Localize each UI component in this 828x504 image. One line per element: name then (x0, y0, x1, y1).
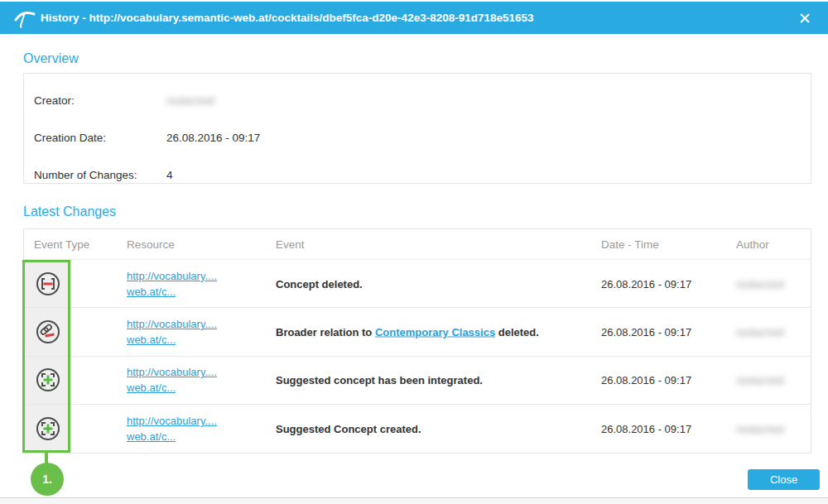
table-header-row: Event Type Resource Event Date - Time Au… (24, 229, 811, 260)
column-header-author: Author (736, 238, 769, 251)
resource-cell: http://vocabulary.... web.at/c... (127, 268, 217, 300)
date-time-cell: 26.08.2016 - 09:17 (601, 277, 691, 290)
suggested-concept-integrated-icon (36, 367, 60, 392)
creation-date-value: 26.08.2016 - 09:17 (166, 132, 260, 144)
dialog-titlebar: History - http://vocabulary.semantic-web… (0, 2, 828, 34)
author-cell-redacted: redacted (736, 325, 785, 338)
event-type-cell (24, 405, 71, 453)
number-of-changes-row: Number of Changes: 4 (24, 156, 811, 194)
number-of-changes-value: 4 (166, 169, 173, 181)
concept-link[interactable]: Contemporary Classics (375, 325, 495, 338)
resource-link[interactable]: web.at/c... (127, 430, 176, 443)
dialog-bottom-edge (0, 497, 828, 504)
event-cell: Broader relation to Contemporary Classic… (276, 325, 590, 338)
event-type-cell (24, 308, 71, 355)
resource-cell: http://vocabulary.... web.at/c... (127, 316, 217, 348)
resource-cell: http://vocabulary.... web.at/c... (127, 413, 217, 444)
latest-changes-heading: Latest Changes (23, 204, 116, 219)
column-header-event: Event (276, 238, 305, 251)
event-text: deleted. (495, 325, 539, 338)
author-cell-redacted: redacted (736, 277, 785, 290)
overview-heading: Overview (23, 51, 79, 66)
resource-link[interactable]: web.at/c... (127, 286, 176, 298)
close-button[interactable]: Close (748, 469, 820, 490)
annotation-step-badge: 1. (31, 463, 64, 496)
event-cell: Suggested Concept created. (276, 423, 590, 435)
dialog-close-icon[interactable]: ✕ (798, 10, 811, 26)
resource-link[interactable]: http://vocabulary.... (127, 415, 217, 427)
event-type-cell (24, 260, 71, 307)
resource-link[interactable]: web.at/c... (127, 382, 176, 394)
table-row: http://vocabulary.... web.at/c... Concep… (24, 260, 811, 308)
number-of-changes-label: Number of Changes: (24, 169, 166, 181)
table-row: http://vocabulary.... web.at/c... Sugges… (24, 357, 811, 405)
resource-cell: http://vocabulary.... web.at/c... (127, 364, 217, 396)
creator-value-redacted: redacted (166, 94, 215, 107)
creator-label: Creator: (24, 94, 166, 107)
broader-relation-deleted-icon (36, 319, 60, 344)
author-cell-redacted: redacted (736, 374, 785, 386)
creation-date-row: Creation Date: 26.08.2016 - 09:17 (24, 119, 811, 156)
resource-link[interactable]: http://vocabulary.... (127, 270, 217, 282)
event-text: Broader relation to (276, 325, 375, 338)
event-cell: Suggested concept has been integrated. (276, 374, 590, 386)
cocktail-umbrella-icon (14, 7, 36, 29)
column-header-event-type: Event Type (34, 238, 89, 251)
date-time-cell: 26.08.2016 - 09:17 (601, 374, 691, 386)
latest-changes-table: Event Type Resource Event Date - Time Au… (23, 228, 811, 454)
suggested-concept-created-icon (36, 416, 60, 441)
table-row: http://vocabulary.... web.at/c... Broade… (24, 308, 811, 356)
resource-link[interactable]: http://vocabulary.... (127, 318, 217, 330)
creator-row: Creator: redacted (24, 82, 811, 119)
creation-date-label: Creation Date: (24, 132, 166, 144)
column-header-resource: Resource (127, 238, 175, 251)
event-cell: Concept deleted. (276, 277, 590, 290)
resource-link[interactable]: http://vocabulary.... (127, 366, 217, 378)
resource-link[interactable]: web.at/c... (127, 334, 176, 346)
date-time-cell: 26.08.2016 - 09:17 (601, 325, 691, 338)
concept-deleted-icon (36, 271, 60, 296)
overview-panel: Creator: redacted Creation Date: 26.08.2… (23, 73, 811, 184)
table-row: http://vocabulary.... web.at/c... Sugges… (24, 405, 811, 453)
event-type-cell (24, 357, 71, 404)
author-cell-redacted: redacted (736, 423, 785, 435)
date-time-cell: 26.08.2016 - 09:17 (601, 423, 691, 435)
dialog-title: History - http://vocabulary.semantic-web… (41, 12, 534, 24)
column-header-date-time: Date - Time (601, 238, 659, 251)
